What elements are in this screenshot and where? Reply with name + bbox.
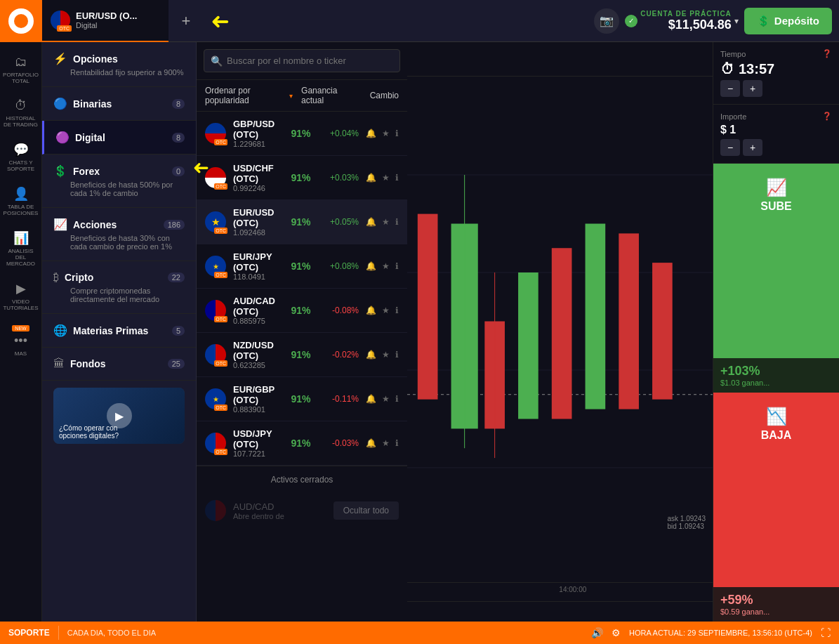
sidebar-item-video[interactable]: ▶ VIDEO TUTORIALES xyxy=(0,275,41,317)
camera-button[interactable]: 📷 xyxy=(594,8,619,34)
logo-button[interactable] xyxy=(0,0,42,42)
opciones-title: Opciones xyxy=(73,53,118,65)
bell-icon-audcad[interactable]: 🔔 xyxy=(366,305,376,315)
sidebar-item-tabla[interactable]: 👤 TABLA DE POSICIONES xyxy=(0,180,41,222)
bell-icon-nzdusd[interactable]: 🔔 xyxy=(366,350,376,360)
sidebar-label-mas: MAS xyxy=(15,350,27,357)
bell-icon-eurgbp[interactable]: 🔔 xyxy=(366,394,376,404)
asset-row-nzdusd[interactable]: OTC NZD/USD (OTC) 0.623285 91% -0.02% 🔔 … xyxy=(197,333,407,377)
asset-row-eurjpy[interactable]: ★ OTC EUR/JPY (OTC) 118.0491 91% +0.08% … xyxy=(197,244,407,289)
bell-icon-eurjpy[interactable]: 🔔 xyxy=(366,261,376,271)
filter-popularity[interactable]: Ordenar por popularidad ▾ xyxy=(205,86,293,105)
cripto-icon: ₿ xyxy=(53,271,59,284)
tab-title: EUR/USD (O... xyxy=(76,11,137,21)
asset-price-nzdusd: 0.623285 xyxy=(233,361,278,369)
asset-name-eurgbp: EUR/GBP (OTC) xyxy=(233,384,278,405)
sidebar-item-chat[interactable]: 💬 CHATS Y SOPORTE xyxy=(0,136,41,178)
new-badge: NEW xyxy=(12,325,29,331)
info-icon-usdjpy[interactable]: ℹ xyxy=(395,438,399,448)
fullscreen-icon[interactable]: ⛶ xyxy=(821,627,831,638)
materias-icon: 🌐 xyxy=(53,324,67,337)
star-icon-nzdusd[interactable]: ★ xyxy=(382,350,390,360)
info-icon-audcad[interactable]: ℹ xyxy=(395,305,399,315)
digital-title: Digital xyxy=(75,132,105,143)
menu-arrow: ➜ xyxy=(193,156,197,179)
asset-row-gbpusd[interactable]: OTC GBP/USD (OTC) 1.229681 91% +0.04% 🔔 … xyxy=(197,112,407,156)
time-value: 13:57 xyxy=(739,61,774,77)
overlay-menu: ⚡ Opciones Rentabilidad fijo superior a … xyxy=(42,42,407,622)
info-icon-usdchf[interactable]: ℹ xyxy=(395,173,399,183)
info-icon-eurusd[interactable]: ℹ xyxy=(395,217,399,227)
star-icon-audcad[interactable]: ★ xyxy=(382,305,390,315)
asset-row-eurgbp[interactable]: ★ OTC EUR/GBP (OTC) 0.883901 91% -0.11% … xyxy=(197,377,407,421)
account-section: 📷 ✓ CUENTA DE PRÁCTICA $11,504.86 ▾ 💲 De… xyxy=(587,8,839,34)
sube-button[interactable]: 📈 SUBE xyxy=(713,164,839,358)
menu-item-fondos[interactable]: 🏛 Fondos 25 xyxy=(42,348,196,381)
info-icon-eurgbp[interactable]: ℹ xyxy=(395,394,399,404)
closed-flag xyxy=(205,500,226,521)
info-icon-gbpusd[interactable]: ℹ xyxy=(395,129,399,138)
asset-price-audcad: 0.885975 xyxy=(233,317,278,325)
sidebar-item-mas[interactable]: NEW ••• MAS xyxy=(0,320,41,362)
star-icon-eurjpy[interactable]: ★ xyxy=(382,261,390,271)
star-icon-usdchf[interactable]: ★ xyxy=(382,173,390,183)
asset-profit-usdchf: 91% xyxy=(285,172,317,183)
fondos-icon: 🏛 xyxy=(53,357,65,370)
fondos-title: Fondos xyxy=(70,358,106,369)
baja-button[interactable]: 📉 BAJA xyxy=(713,393,839,587)
star-icon-gbpusd[interactable]: ★ xyxy=(382,129,390,138)
amount-increase-button[interactable]: + xyxy=(743,139,762,156)
eurusd-flag: ★ OTC xyxy=(205,211,226,232)
bell-icon-eurusd[interactable]: 🔔 xyxy=(366,217,376,227)
time-increase-button[interactable]: + xyxy=(743,80,762,97)
menu-item-cripto[interactable]: ₿ Cripto 22 Compre criptomonedas directa… xyxy=(42,261,196,314)
star-icon-eurusd[interactable]: ★ xyxy=(382,217,390,227)
speaker-icon[interactable]: 🔊 xyxy=(591,627,603,638)
forex-desc: Beneficios de hasta 500% por cada 1% de … xyxy=(70,180,185,197)
closed-asset-audcad: AUD/CAD Abre dentro de Ocultar todo xyxy=(197,493,407,528)
tab-flag: OTC xyxy=(51,11,70,30)
asset-row-usdjpy[interactable]: OTC USD/JPY (OTC) 107.7221 91% -0.03% 🔔 … xyxy=(197,421,407,466)
time-decrease-button[interactable]: − xyxy=(720,80,740,97)
asset-price-usdchf: 0.992246 xyxy=(233,184,278,192)
menu-item-opciones[interactable]: ⚡ Opciones Rentabilidad fijo superior a … xyxy=(42,42,196,87)
bell-icon-usdjpy[interactable]: 🔔 xyxy=(366,438,376,448)
sidebar-item-analisis[interactable]: 📊 ANALISIS DEL MERCADO xyxy=(0,225,41,272)
bottom-icons: 🔊 ⚙ HORA ACTUAL: 29 SEPTIEMBRE, 13:56:10… xyxy=(591,627,831,638)
video-text: ¿Cómo operar conopciones digitales? xyxy=(59,424,119,440)
video-thumbnail[interactable]: ▶ ¿Cómo operar conopciones digitales? xyxy=(53,388,185,444)
search-input[interactable] xyxy=(204,49,400,72)
settings-icon[interactable]: ⚙ xyxy=(612,627,621,638)
menu-item-digital[interactable]: 🟣 Digital 8 xyxy=(42,121,196,155)
support-label: SOPORTE xyxy=(8,628,50,638)
add-tab-button[interactable]: + xyxy=(169,0,204,42)
deposit-button[interactable]: 💲 Depósito xyxy=(744,8,832,34)
menu-item-binarias[interactable]: 🔵 Binarias 8 xyxy=(42,87,196,121)
bell-icon-gbpusd[interactable]: 🔔 xyxy=(366,129,376,138)
amount-decrease-button[interactable]: − xyxy=(720,139,740,156)
asset-price-eurusd: 1.092468 xyxy=(233,228,278,237)
svg-rect-27 xyxy=(652,263,673,400)
info-icon-eurjpy[interactable]: ℹ xyxy=(395,261,399,271)
menu-item-acciones[interactable]: 📈 Acciones 186 Beneficios de hasta 30% c… xyxy=(42,208,196,261)
amount-section: Importe ❓ $ 1 − + xyxy=(713,105,839,164)
asset-change-eurgbp: -0.11% xyxy=(324,394,359,404)
amount-value: $ 1 xyxy=(720,124,832,136)
asset-row-eurusd[interactable]: ★ OTC EUR/USD (OTC) 1.092468 91% +0.05% … xyxy=(197,200,407,244)
menu-item-forex[interactable]: 💲 Forex 0 Beneficios de hasta 500% por c… xyxy=(42,155,196,208)
sidebar-item-portafolio[interactable]: 🗂 PORTAFOLIO TOTAL xyxy=(0,49,41,90)
sidebar-item-historial[interactable]: ⏱ HISTORIAL DE TRADING xyxy=(0,93,41,133)
profit-sube-section: +103% $1.03 ganan... xyxy=(713,358,839,393)
closed-section: Activos cerrados xyxy=(197,466,407,493)
star-icon-eurgbp[interactable]: ★ xyxy=(382,394,390,404)
star-icon-usdjpy[interactable]: ★ xyxy=(382,438,390,448)
bell-icon-usdchf[interactable]: 🔔 xyxy=(366,173,376,183)
info-icon-nzdusd[interactable]: ℹ xyxy=(395,350,399,360)
asset-row-audcad[interactable]: OTC AUD/CAD (OTC) 0.885975 91% -0.08% 🔔 … xyxy=(197,289,407,333)
active-tab[interactable]: OTC EUR/USD (O... Digital xyxy=(42,0,169,42)
hide-all-button[interactable]: Ocultar todo xyxy=(333,501,399,520)
menu-item-materias[interactable]: 🌐 Materias Primas 5 xyxy=(42,314,196,348)
asset-row-usdchf[interactable]: OTC USD/CHF (OTC) 0.992246 91% +0.03% 🔔 … xyxy=(197,156,407,200)
baja-icon: 📉 xyxy=(766,407,787,426)
asset-change-eurusd: +0.05% xyxy=(324,217,359,227)
